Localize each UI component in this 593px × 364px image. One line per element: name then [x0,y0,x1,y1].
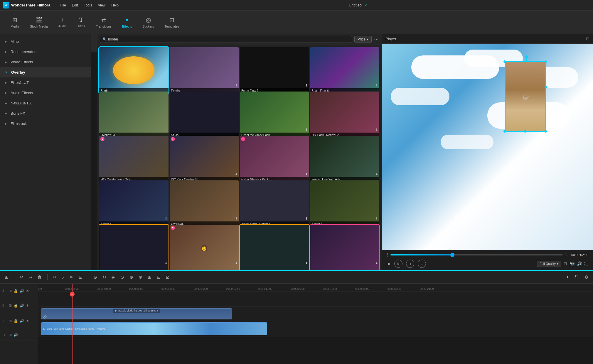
effect-item-3[interactable]: ⬇Beam Flow 7 [240,47,309,93]
tl-color-btn[interactable]: ◈ [110,274,116,280]
track-a1-mute-icon[interactable]: 🔊 [14,333,18,337]
track-3-eye-icon[interactable]: 👁 [26,289,29,293]
play-btn[interactable]: ▷ [406,260,414,268]
tl-settings-btn[interactable]: ⚙ [583,274,589,280]
effect-item-12[interactable]: ⬇Waving Line With Ai P... [310,136,380,182]
track-1-add-icon[interactable]: ⊞ [9,319,12,323]
progress-bar[interactable] [390,254,563,255]
tl-more-btn[interactable]: ⊠ [165,274,171,280]
nav-audio-effects[interactable]: ▶ Audio Effects [0,88,91,98]
price-filter-btn[interactable]: Price ▾ [354,36,372,43]
nav-filter-lut[interactable]: ▶ Filter&LUT [0,77,91,88]
effect-item-7[interactable]: ⬇Lily of the Valley Pack... [240,92,309,138]
tl-stabilize-btn[interactable]: ⊕ [128,274,134,280]
effect-item-10[interactable]: ♥⬇DIY Pack Overlay 03 [170,136,239,182]
effect-item-15[interactable]: ⬇Action Pack Overlay 4 [240,180,309,226]
bracket-right-btn[interactable]: } [565,253,567,257]
track-2-add-icon[interactable]: ⊞ [9,304,12,308]
track-2-lock-icon[interactable]: 🔒 [14,304,18,308]
track-1-lock-icon[interactable]: 🔒 [14,319,18,323]
effect-item-19[interactable]: ⬇ [240,225,309,270]
effect-item-4[interactable]: ⬇Beam Flow 6 [310,47,380,93]
toolbar-stickers[interactable]: ◎ Stickers [138,14,159,31]
tl-snap-btn[interactable]: ✦ [565,274,571,280]
track-1-eye-icon[interactable]: 👁 [26,319,29,323]
menu-view[interactable]: View [95,2,108,9]
handle-tl[interactable] [503,60,506,63]
skip-back-btn[interactable]: ⏮ [387,261,391,266]
bracket-left-btn[interactable]: { [387,253,388,257]
screenshot-btn[interactable]: 📷 [570,261,575,266]
effect-item-16[interactable]: ⬇Bokeh 3 [310,180,380,226]
track-3-mute-icon[interactable]: 🔊 [20,289,24,293]
progress-handle[interactable] [450,253,454,257]
handle-bl[interactable] [503,130,506,133]
nav-overlay[interactable]: ▼ Overlay [0,67,91,77]
handle-mr[interactable] [545,86,547,88]
tl-audio-btn[interactable]: ♪ [61,274,65,280]
player-expand-icon[interactable]: ⊡ [586,36,589,41]
nav-mine[interactable]: ▶ Mine [0,36,91,47]
track-3-add-icon[interactable]: ⊞ [9,289,12,293]
fit-screen-btn[interactable]: ⊡ [564,261,567,266]
menu-help[interactable]: Help [109,2,121,9]
effect-item-1[interactable]: Border [99,47,169,93]
volume-btn[interactable]: 🔊 [577,261,582,266]
menu-file[interactable]: File [58,2,68,9]
track-2-clip[interactable]: ▶ pexels-vlada-karpov...dil-9368974 🔗 [41,308,232,319]
tl-cut-btn[interactable]: ✂ [52,274,58,280]
track-1-mute-icon[interactable]: 🔊 [20,319,24,323]
tl-delete-btn[interactable]: 🗑 [36,274,43,280]
quality-btn[interactable]: Full Quality ▾ [537,261,561,267]
effect-item-8[interactable]: ⬇DIY Pack Overlay 02 [310,92,380,138]
effect-item-9[interactable]: ♥90's Creator Pack Ove... [99,136,169,182]
toolbar-media[interactable]: ⊞ Media [6,14,24,31]
handle-bm[interactable] [524,130,526,133]
track-2-mute-icon[interactable]: 🔊 [20,304,24,308]
track-3-lock-icon[interactable]: 🔒 [14,289,18,293]
nav-filmstock[interactable]: ▶ Filmstock [0,118,91,129]
effect-item-11[interactable]: ♥⬇Glitter Glamour Pack ... [240,136,309,182]
tl-pen-btn[interactable]: ✏ [68,274,75,280]
stop-btn[interactable]: □ [418,260,426,268]
menu-tools[interactable]: Tools [81,2,94,9]
toolbar-audio[interactable]: ♪ Audio [54,14,71,30]
more-options-btn[interactable]: ⋯ [374,37,379,42]
effect-item-17[interactable]: ⬇ [99,225,169,270]
tl-redo-btn[interactable]: ↪ [27,274,33,280]
track-a1-add-icon[interactable]: ⊞ [9,333,12,337]
effect-item-20[interactable]: ⬇ [310,225,380,270]
toolbar-transitions[interactable]: ⇄ Transitions [91,14,116,31]
tl-rotate-btn[interactable]: ↻ [101,274,107,280]
tl-crop-btn[interactable]: ⊡ [78,274,84,280]
handle-tr[interactable] [545,60,547,63]
step-back-btn[interactable]: ▷ [394,260,402,268]
nav-newblue-fx[interactable]: ▶ NewBlue FX [0,98,91,108]
tl-undo-btn[interactable]: ↩ [18,274,24,280]
tl-speed-btn[interactable]: ⊙ [119,274,125,280]
tl-3d-btn[interactable]: ⊛ [137,274,144,280]
tl-shield-btn[interactable]: ⛉ [574,274,580,280]
nav-boris-fx[interactable]: ▶ Boris FX [0,108,91,118]
tl-split-btn[interactable]: ⊟ [156,274,162,280]
tl-bg-btn[interactable]: ⊞ [146,274,153,280]
effect-item-14[interactable]: ⬇Overlay02 [170,180,239,226]
search-input[interactable] [108,37,349,41]
fullscreen-btn[interactable]: ⛶ [584,261,588,266]
nav-video-effects[interactable]: ▶ Video Effects [0,57,91,67]
playhead[interactable]: ✂ [72,284,73,364]
collapse-panel-btn[interactable]: ‹ [91,34,97,52]
handle-br[interactable] [545,130,547,133]
toolbar-titles[interactable]: T Titles [73,14,90,30]
handle-top-circle[interactable] [525,55,528,58]
tl-grid-btn[interactable]: ⊞ [4,274,10,280]
toolbar-effects[interactable]: ✦ Effects [117,14,137,31]
menu-edit[interactable]: Edit [70,2,80,9]
track-1-clip[interactable]: ▶ Blue_Sky_and_Clouds_Timelapse_0895__Vi… [41,322,267,335]
toolbar-templates[interactable]: ⊡ Templates [160,14,184,31]
track-2-eye-icon[interactable]: 👁 [26,304,29,308]
toolbar-stock[interactable]: 🎬 Stock Media [25,14,53,31]
effect-item-2[interactable]: ⬇Emojis [170,47,239,93]
tl-keyframe-btn[interactable]: ⊕ [92,274,98,280]
effect-item-18[interactable]: 👩♥⬇ [170,225,239,270]
